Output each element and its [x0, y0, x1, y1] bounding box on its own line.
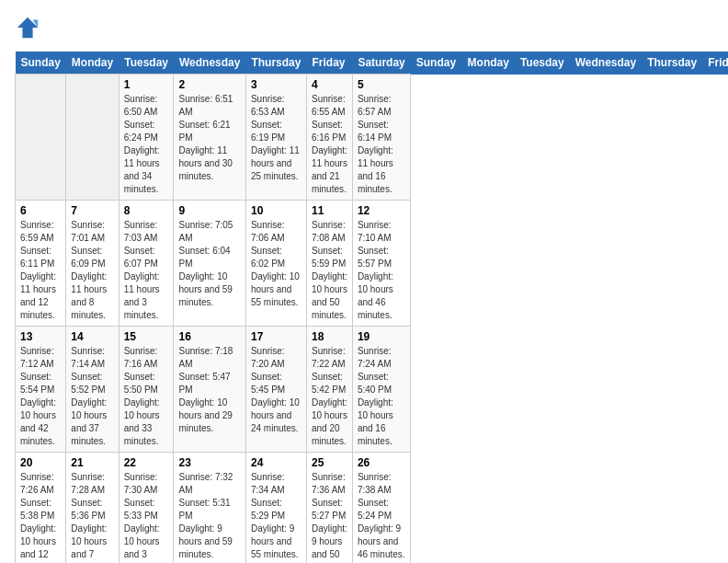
calendar-header-row: SundayMondayTuesdayWednesdayThursdayFrid…: [16, 52, 729, 75]
calendar-cell: [66, 75, 119, 201]
day-number: 11: [312, 204, 347, 217]
day-header-tuesday: Tuesday: [119, 52, 174, 75]
cell-info: Sunrise: 7:10 AM Sunset: 5:57 PM Dayligh…: [358, 219, 405, 322]
calendar-cell: 19Sunrise: 7:24 AM Sunset: 5:40 PM Dayli…: [352, 327, 410, 453]
cell-info: Sunrise: 7:30 AM Sunset: 5:33 PM Dayligh…: [124, 471, 169, 563]
day-header-thursday: Thursday: [245, 52, 306, 75]
calendar-cell: 13Sunrise: 7:12 AM Sunset: 5:54 PM Dayli…: [16, 327, 66, 453]
cell-info: Sunrise: 7:05 AM Sunset: 6:04 PM Dayligh…: [178, 219, 240, 309]
day-number: 21: [71, 456, 113, 469]
calendar-cell: 1Sunrise: 6:50 AM Sunset: 6:24 PM Daylig…: [119, 75, 174, 201]
cell-info: Sunrise: 7:36 AM Sunset: 5:27 PM Dayligh…: [312, 471, 347, 563]
calendar-cell: [16, 75, 66, 201]
calendar-cell: 6Sunrise: 6:59 AM Sunset: 6:11 PM Daylig…: [16, 201, 66, 327]
calendar-cell: 24Sunrise: 7:34 AM Sunset: 5:29 PM Dayli…: [245, 453, 306, 564]
calendar-cell: 17Sunrise: 7:20 AM Sunset: 5:45 PM Dayli…: [245, 327, 306, 453]
day-number: 25: [312, 456, 347, 469]
calendar-cell: 7Sunrise: 7:01 AM Sunset: 6:09 PM Daylig…: [66, 201, 119, 327]
calendar-cell: 26Sunrise: 7:38 AM Sunset: 5:24 PM Dayli…: [352, 453, 410, 564]
cell-info: Sunrise: 7:28 AM Sunset: 5:36 PM Dayligh…: [71, 471, 113, 563]
day-number: 18: [312, 330, 347, 343]
calendar-week-1: 1Sunrise: 6:50 AM Sunset: 6:24 PM Daylig…: [16, 75, 729, 201]
calendar-cell: 8Sunrise: 7:03 AM Sunset: 6:07 PM Daylig…: [119, 201, 174, 327]
day-header-monday: Monday: [462, 52, 515, 75]
calendar-week-2: 6Sunrise: 6:59 AM Sunset: 6:11 PM Daylig…: [16, 201, 729, 327]
day-number: 12: [358, 204, 405, 217]
day-number: 24: [251, 456, 301, 469]
cell-info: Sunrise: 7:03 AM Sunset: 6:07 PM Dayligh…: [124, 219, 169, 322]
cell-info: Sunrise: 7:08 AM Sunset: 5:59 PM Dayligh…: [312, 219, 347, 322]
cell-info: Sunrise: 6:50 AM Sunset: 6:24 PM Dayligh…: [124, 93, 169, 196]
cell-info: Sunrise: 7:14 AM Sunset: 5:52 PM Dayligh…: [71, 345, 113, 448]
cell-info: Sunrise: 7:26 AM Sunset: 5:38 PM Dayligh…: [20, 471, 61, 563]
day-header-sunday: Sunday: [16, 52, 66, 75]
day-number: 1: [124, 78, 169, 91]
page-header: [15, 15, 713, 40]
calendar-cell: 3Sunrise: 6:53 AM Sunset: 6:19 PM Daylig…: [245, 75, 306, 201]
logo-icon: [15, 15, 40, 40]
calendar-week-3: 13Sunrise: 7:12 AM Sunset: 5:54 PM Dayli…: [16, 327, 729, 453]
day-header-wednesday: Wednesday: [570, 52, 642, 75]
cell-info: Sunrise: 6:57 AM Sunset: 6:14 PM Dayligh…: [358, 93, 405, 196]
calendar-cell: 4Sunrise: 6:55 AM Sunset: 6:16 PM Daylig…: [306, 75, 352, 201]
day-number: 5: [358, 78, 405, 91]
day-number: 10: [251, 204, 301, 217]
cell-info: Sunrise: 7:20 AM Sunset: 5:45 PM Dayligh…: [251, 345, 301, 435]
calendar-cell: 23Sunrise: 7:32 AM Sunset: 5:31 PM Dayli…: [174, 453, 245, 564]
day-number: 9: [178, 204, 240, 217]
calendar-cell: 22Sunrise: 7:30 AM Sunset: 5:33 PM Dayli…: [119, 453, 174, 564]
calendar-cell: 21Sunrise: 7:28 AM Sunset: 5:36 PM Dayli…: [66, 453, 119, 564]
calendar-cell: 20Sunrise: 7:26 AM Sunset: 5:38 PM Dayli…: [16, 453, 66, 564]
calendar-cell: 14Sunrise: 7:14 AM Sunset: 5:52 PM Dayli…: [66, 327, 119, 453]
day-header-friday: Friday: [306, 52, 352, 75]
calendar-cell: 11Sunrise: 7:08 AM Sunset: 5:59 PM Dayli…: [306, 201, 352, 327]
logo: [15, 15, 44, 40]
day-header-sunday: Sunday: [411, 52, 462, 75]
calendar-week-4: 20Sunrise: 7:26 AM Sunset: 5:38 PM Dayli…: [16, 453, 729, 564]
calendar-cell: 10Sunrise: 7:06 AM Sunset: 6:02 PM Dayli…: [245, 201, 306, 327]
day-number: 26: [358, 456, 405, 469]
calendar-cell: 12Sunrise: 7:10 AM Sunset: 5:57 PM Dayli…: [352, 201, 410, 327]
calendar-cell: 25Sunrise: 7:36 AM Sunset: 5:27 PM Dayli…: [306, 453, 352, 564]
day-number: 2: [178, 78, 240, 91]
day-number: 14: [71, 330, 113, 343]
calendar-cell: 2Sunrise: 6:51 AM Sunset: 6:21 PM Daylig…: [174, 75, 245, 201]
day-number: 20: [20, 456, 61, 469]
day-number: 4: [312, 78, 347, 91]
calendar-cell: 9Sunrise: 7:05 AM Sunset: 6:04 PM Daylig…: [174, 201, 245, 327]
cell-info: Sunrise: 7:38 AM Sunset: 5:24 PM Dayligh…: [358, 471, 405, 561]
calendar-cell: 18Sunrise: 7:22 AM Sunset: 5:42 PM Dayli…: [306, 327, 352, 453]
cell-info: Sunrise: 6:55 AM Sunset: 6:16 PM Dayligh…: [312, 93, 347, 196]
cell-info: Sunrise: 7:32 AM Sunset: 5:31 PM Dayligh…: [178, 471, 240, 561]
calendar-cell: 5Sunrise: 6:57 AM Sunset: 6:14 PM Daylig…: [352, 75, 410, 201]
day-header-tuesday: Tuesday: [515, 52, 570, 75]
cell-info: Sunrise: 6:51 AM Sunset: 6:21 PM Dayligh…: [178, 93, 240, 183]
cell-info: Sunrise: 7:12 AM Sunset: 5:54 PM Dayligh…: [20, 345, 61, 448]
day-number: 15: [124, 330, 169, 343]
day-number: 17: [251, 330, 301, 343]
day-number: 19: [358, 330, 405, 343]
cell-info: Sunrise: 7:06 AM Sunset: 6:02 PM Dayligh…: [251, 219, 301, 309]
cell-info: Sunrise: 6:53 AM Sunset: 6:19 PM Dayligh…: [251, 93, 301, 183]
day-number: 13: [20, 330, 61, 343]
cell-info: Sunrise: 7:16 AM Sunset: 5:50 PM Dayligh…: [124, 345, 169, 448]
cell-info: Sunrise: 7:01 AM Sunset: 6:09 PM Dayligh…: [71, 219, 113, 322]
calendar-cell: 16Sunrise: 7:18 AM Sunset: 5:47 PM Dayli…: [174, 327, 245, 453]
calendar-table: SundayMondayTuesdayWednesdayThursdayFrid…: [15, 52, 728, 563]
cell-info: Sunrise: 7:22 AM Sunset: 5:42 PM Dayligh…: [312, 345, 347, 448]
cell-info: Sunrise: 7:18 AM Sunset: 5:47 PM Dayligh…: [178, 345, 240, 435]
cell-info: Sunrise: 6:59 AM Sunset: 6:11 PM Dayligh…: [20, 219, 61, 322]
day-number: 3: [251, 78, 301, 91]
day-header-wednesday: Wednesday: [174, 52, 245, 75]
day-number: 16: [178, 330, 240, 343]
day-number: 22: [124, 456, 169, 469]
day-header-monday: Monday: [66, 52, 119, 75]
calendar-cell: 15Sunrise: 7:16 AM Sunset: 5:50 PM Dayli…: [119, 327, 174, 453]
cell-info: Sunrise: 7:24 AM Sunset: 5:40 PM Dayligh…: [358, 345, 405, 448]
day-number: 7: [71, 204, 113, 217]
day-number: 8: [124, 204, 169, 217]
day-header-thursday: Thursday: [642, 52, 702, 75]
cell-info: Sunrise: 7:34 AM Sunset: 5:29 PM Dayligh…: [251, 471, 301, 561]
day-number: 23: [178, 456, 240, 469]
day-header-saturday: Saturday: [352, 52, 410, 75]
